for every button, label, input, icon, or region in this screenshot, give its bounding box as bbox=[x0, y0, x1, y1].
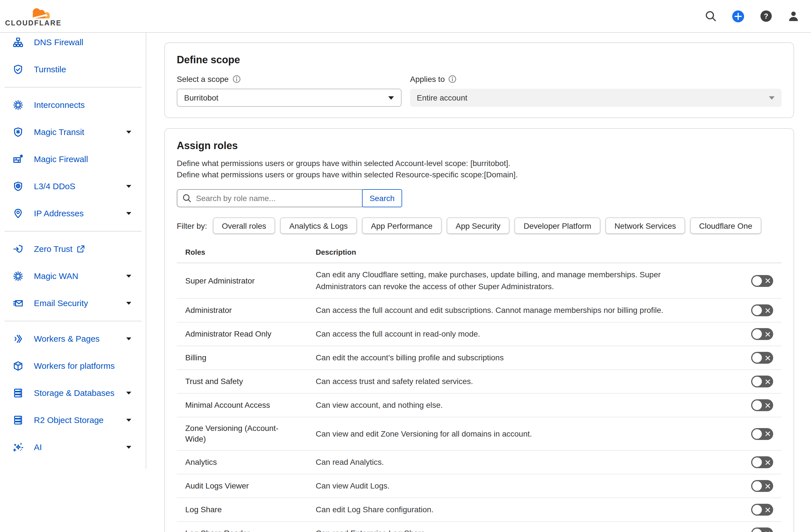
filter-button-app-security[interactable]: App Security bbox=[446, 217, 509, 234]
role-toggle[interactable] bbox=[751, 352, 773, 364]
table-row: Log ShareCan edit Log Share configuratio… bbox=[177, 498, 782, 522]
role-toggle[interactable] bbox=[751, 275, 773, 287]
role-toggle[interactable] bbox=[751, 328, 773, 340]
sidebar-item-label: Email Security bbox=[34, 298, 88, 308]
toggle-knob bbox=[752, 377, 762, 386]
sidebar-item-email-security[interactable]: Email Security bbox=[0, 290, 146, 317]
role-toggle[interactable] bbox=[751, 480, 773, 492]
ai-sparkles-icon bbox=[13, 442, 23, 452]
select-scope-label: Select a scope bbox=[177, 74, 401, 83]
scope-select[interactable]: Burritobot bbox=[177, 89, 401, 107]
sidebar-section-divider bbox=[4, 87, 142, 88]
chevron-down-icon bbox=[126, 419, 132, 422]
role-toggle-cell bbox=[751, 504, 782, 516]
filter-button-app-performance[interactable]: App Performance bbox=[362, 217, 442, 234]
applies-to-select[interactable]: Entire account bbox=[410, 89, 782, 107]
role-description-cell: Can access trust and safety related serv… bbox=[316, 376, 751, 387]
column-header-roles: Roles bbox=[177, 247, 316, 257]
role-search-input[interactable] bbox=[196, 194, 356, 203]
turnstile-icon bbox=[13, 64, 23, 75]
role-description-cell: Can read Analytics. bbox=[316, 456, 751, 468]
search-icon[interactable] bbox=[704, 10, 717, 22]
l34-ddos-icon bbox=[13, 181, 23, 192]
search-button[interactable]: Search bbox=[362, 189, 402, 207]
table-row: Log Share ReaderCan read Enterprise Log … bbox=[177, 522, 782, 532]
workers-pages-icon bbox=[13, 334, 23, 344]
assign-roles-card: Assign roles Define what permissions use… bbox=[164, 128, 794, 532]
table-row: Administrator Read OnlyCan access the fu… bbox=[177, 322, 782, 346]
assign-roles-desc-line2: Define what permissions users or groups … bbox=[177, 169, 782, 180]
filter-button-cloudflare-one[interactable]: Cloudflare One bbox=[690, 217, 761, 234]
filter-button-analytics-logs[interactable]: Analytics & Logs bbox=[280, 217, 357, 234]
role-name-cell: Audit Logs Viewer bbox=[177, 481, 316, 491]
sidebar-item-magic-firewall[interactable]: Magic Firewall bbox=[0, 146, 146, 173]
sidebar-item-zero-trust[interactable]: Zero Trust bbox=[0, 235, 146, 263]
sidebar-item-l3-4-ddos[interactable]: L3/4 DDoS bbox=[0, 173, 146, 200]
assign-roles-title: Assign roles bbox=[177, 139, 782, 152]
filter-button-developer-platform[interactable]: Developer Platform bbox=[515, 217, 600, 234]
user-icon[interactable] bbox=[787, 10, 800, 22]
sidebar-item-label: Magic WAN bbox=[34, 271, 78, 281]
role-description: Can edit Log Share configuration. bbox=[316, 504, 433, 516]
role-name: Trust and Safety bbox=[185, 376, 243, 387]
applies-to-select-value: Entire account bbox=[417, 93, 467, 102]
role-name: Administrator Read Only bbox=[185, 329, 271, 339]
cloudflare-logo[interactable]: CLOUDFLARE bbox=[5, 6, 62, 27]
roles-table: Roles Description Super AdministratorCan… bbox=[177, 247, 782, 532]
external-link-icon bbox=[77, 245, 85, 253]
role-toggle-cell bbox=[751, 328, 782, 340]
magic-wan-icon bbox=[13, 271, 23, 281]
info-icon[interactable] bbox=[233, 75, 241, 83]
role-name: Super Administrator bbox=[185, 275, 255, 286]
role-toggle[interactable] bbox=[751, 428, 773, 440]
main-content: Define scope Select a scope bbox=[146, 33, 811, 532]
dns-firewall-icon bbox=[13, 37, 23, 47]
sidebar-item-interconnects[interactable]: Interconnects bbox=[0, 91, 146, 119]
sidebar-item-label: Zero Trust bbox=[34, 244, 73, 254]
toggle-knob bbox=[752, 429, 762, 439]
role-toggle[interactable] bbox=[751, 399, 773, 411]
filter-by-label: Filter by: bbox=[177, 221, 207, 230]
role-toggle[interactable] bbox=[751, 456, 773, 468]
role-toggle[interactable] bbox=[751, 528, 773, 532]
toggle-x-icon bbox=[765, 379, 770, 384]
sidebar-item-dns-firewall[interactable]: DNS Firewall bbox=[0, 33, 146, 56]
table-row: Trust and SafetyCan access trust and saf… bbox=[177, 370, 782, 394]
chevron-down-icon bbox=[126, 185, 132, 188]
r2-object-storage-icon bbox=[13, 415, 23, 425]
help-icon[interactable]: ? bbox=[760, 10, 772, 22]
table-row: Zone Versioning (Account-Wide)Can view a… bbox=[177, 417, 782, 451]
sidebar-divider-line bbox=[146, 33, 146, 469]
sidebar-item-workers-for-platforms[interactable]: Workers for platforms bbox=[0, 352, 146, 380]
chevron-down-icon bbox=[126, 445, 132, 449]
sidebar-item-r2-object-storage[interactable]: R2 Object Storage bbox=[0, 407, 146, 434]
role-toggle[interactable] bbox=[751, 376, 773, 387]
sidebar-item-label: Workers & Pages bbox=[34, 334, 100, 344]
role-name-cell: Administrator bbox=[177, 305, 316, 316]
chevron-down-icon bbox=[126, 337, 132, 340]
add-icon[interactable] bbox=[732, 10, 744, 22]
sidebar-item-label: Turnstile bbox=[34, 64, 66, 75]
sidebar-item-workers-pages[interactable]: Workers & Pages bbox=[0, 325, 146, 352]
toggle-knob bbox=[752, 481, 762, 491]
toggle-x-icon bbox=[765, 483, 770, 488]
role-description: Can edit the account’s billing profile a… bbox=[316, 352, 504, 364]
sidebar-item-magic-wan[interactable]: Magic WAN bbox=[0, 263, 146, 290]
chevron-down-icon bbox=[388, 96, 394, 100]
sidebar-item-storage-databases[interactable]: Storage & Databases bbox=[0, 380, 146, 407]
role-toggle[interactable] bbox=[751, 304, 773, 316]
chevron-down-icon bbox=[126, 302, 132, 305]
sidebar-item-magic-transit[interactable]: Magic Transit bbox=[0, 119, 146, 146]
applies-to-label-text: Applies to bbox=[410, 74, 445, 83]
info-icon[interactable] bbox=[449, 75, 457, 83]
role-toggle[interactable] bbox=[751, 504, 773, 516]
sidebar-item-turnstile[interactable]: Turnstile bbox=[0, 56, 146, 83]
sidebar-item-label: R2 Object Storage bbox=[34, 415, 104, 425]
sidebar-item-ai[interactable]: AI bbox=[0, 434, 146, 461]
role-description: Can view account, and nothing else. bbox=[316, 399, 443, 411]
filter-button-overall-roles[interactable]: Overall roles bbox=[213, 217, 275, 234]
table-row: Minimal Account AccessCan view account, … bbox=[177, 394, 782, 417]
role-name: Log Share bbox=[185, 504, 222, 515]
sidebar-item-ip-addresses[interactable]: IP Addresses bbox=[0, 200, 146, 227]
filter-button-network-services[interactable]: Network Services bbox=[606, 217, 685, 234]
